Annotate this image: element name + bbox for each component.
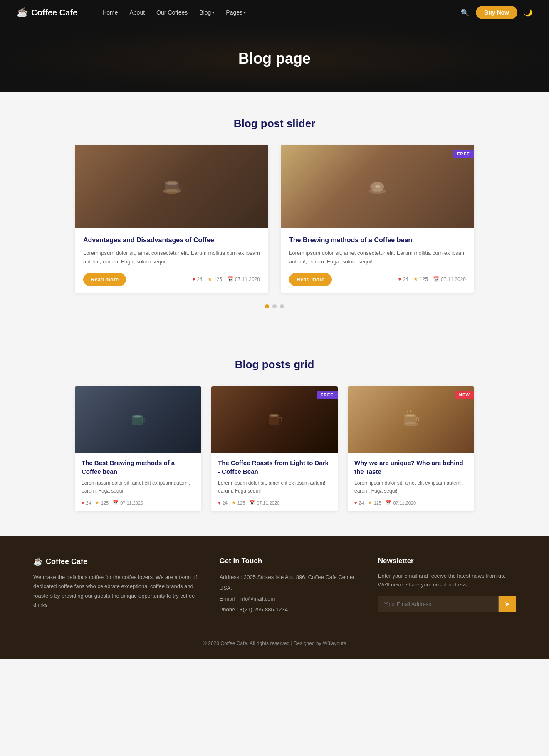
footer-contact-title: Get In Touch xyxy=(220,557,357,565)
buy-now-button[interactable]: Buy Now xyxy=(476,6,517,19)
read-more-button-1[interactable]: Read more xyxy=(83,273,126,286)
heart-icon: ♥ xyxy=(192,276,195,282)
newsletter-email-input[interactable] xyxy=(378,596,499,612)
blog-grid-section: Blog posts grid The Best Brewing methods… xyxy=(0,333,549,536)
dot-1[interactable] xyxy=(265,304,269,308)
comment-icon: ★ xyxy=(208,276,212,282)
grid-comments-2: ★ 125 xyxy=(232,500,245,505)
card-footer-1: Read more ♥ 24 ★ 125 📅 07.11.2020 xyxy=(83,273,260,286)
card-meta-2: ♥ 24 ★ 125 📅 07.11.2020 xyxy=(398,276,466,282)
nav-links: Home About Our Coffees Blog ▾ Pages ▾ xyxy=(102,9,461,16)
heart-icon: ♥ xyxy=(218,500,221,505)
footer-contact-info: Address : 2005 Stokes Isle Apt. 896, Cof… xyxy=(220,572,357,615)
coffee-cup-icon xyxy=(365,174,390,199)
footer-newsletter-title: Newsletter xyxy=(378,557,516,565)
card-title-2: The Brewing methods of a Coffee bean xyxy=(289,236,466,245)
slider-dots xyxy=(33,304,516,308)
calendar-icon: 📅 xyxy=(386,500,391,505)
grid-likes-3: ♥ 24 xyxy=(354,500,364,505)
grid-comments-3: ★ 125 xyxy=(368,500,381,505)
svg-point-3 xyxy=(167,182,176,184)
hero-section: Blog page xyxy=(0,25,549,92)
grid-card-body-3: Why we are unique? Who are behind the Ta… xyxy=(348,453,474,511)
footer-newsletter-col: Newsletter Enter your email and receive … xyxy=(378,557,516,615)
grid-section-title: Blog posts grid xyxy=(33,358,516,371)
nav-home[interactable]: Home xyxy=(102,9,118,16)
card-body-1: Advantages and Disadvantages of Coffee L… xyxy=(75,228,268,293)
slider-grid: Advantages and Disadvantages of Coffee L… xyxy=(75,145,474,293)
svg-point-10 xyxy=(134,415,141,417)
grid-card-3: NEW Why we are unique? Who are behind th… xyxy=(348,386,474,511)
footer-site-name: Coffee Cafe xyxy=(46,557,87,566)
card-title-1: Advantages and Disadvantages of Coffee xyxy=(83,236,260,245)
grid-likes-2: ♥ 24 xyxy=(218,500,228,505)
card-image-1 xyxy=(75,145,268,228)
comment-icon: ★ xyxy=(368,500,372,505)
footer-about-col: ☕ Coffee Cafe We make the delicious coff… xyxy=(33,557,199,615)
card-desc-1: Lorem ipsum dolor sit, amet consectetur … xyxy=(83,249,260,266)
read-more-button-2[interactable]: Read more xyxy=(289,273,332,286)
chevron-down-icon: ▾ xyxy=(212,10,214,15)
footer-address-label: Address : xyxy=(220,574,244,580)
site-name: Coffee Cafe xyxy=(31,8,77,17)
grid-card-desc-1: Lorem ipsum dolor sit, amet elit ex ipsa… xyxy=(82,479,195,495)
svg-point-14 xyxy=(271,415,277,417)
grid-card-desc-2: Lorem ipsum dolor sit, amet elit ex ipsa… xyxy=(218,479,331,495)
grid-badge-3: NEW xyxy=(455,391,474,399)
footer-email: E-mail : info@mail.com xyxy=(220,593,357,604)
slider-section-title: Blog post slider xyxy=(33,117,516,130)
grid-card-meta-1: ♥ 24 ★ 125 📅 07.11.2020 xyxy=(82,500,195,505)
footer-cup-icon: ☕ xyxy=(33,557,42,566)
comment-icon: ★ xyxy=(95,500,99,505)
comment-icon: ★ xyxy=(413,276,418,282)
card-image-2: FREE xyxy=(281,145,474,228)
card-desc-2: Lorem ipsum dolor sit, amet consectetur … xyxy=(289,249,466,266)
likes-2: ♥ 24 xyxy=(398,276,408,282)
grid-card-1: The Best Brewing methods of a Coffee bea… xyxy=(75,386,201,511)
calendar-icon: 📅 xyxy=(249,500,255,505)
nav-blog[interactable]: Blog ▾ xyxy=(199,9,214,16)
dot-2[interactable] xyxy=(272,304,277,308)
chevron-down-icon: ▾ xyxy=(244,10,246,15)
grid-badge-2: FREE xyxy=(317,391,338,399)
footer-contact-col: Get In Touch Address : 2005 Stokes Isle … xyxy=(220,557,357,615)
grid-card-title-1: The Best Brewing methods of a Coffee bea… xyxy=(82,458,195,476)
newsletter-form: ➤ xyxy=(378,596,516,612)
likes-1: ♥ 24 xyxy=(192,276,202,282)
dark-mode-icon[interactable]: 🌙 xyxy=(524,9,532,17)
grid-date-2: 📅 07.11.2020 xyxy=(249,500,279,505)
newsletter-submit-button[interactable]: ➤ xyxy=(499,596,516,612)
card-badge-2: FREE xyxy=(453,150,474,158)
heart-icon: ♥ xyxy=(398,276,401,282)
grid-card-desc-3: Lorem ipsum dolor sit, amet elit ex ipsa… xyxy=(354,479,467,495)
navbar: ☕ Coffee Cafe Home About Our Coffees Blo… xyxy=(0,0,549,25)
svg-point-19 xyxy=(407,415,414,417)
svg-line-21 xyxy=(407,411,408,413)
comments-1: ★ 125 xyxy=(208,276,222,282)
search-icon[interactable]: 🔍 xyxy=(461,9,469,17)
grid-date-3: 📅 07.11.2020 xyxy=(386,500,416,505)
grid-card-body-2: The Coffee Roasts from Light to Dark - C… xyxy=(211,453,338,511)
grid-comments-1: ★ 125 xyxy=(95,500,109,505)
nav-our-coffees[interactable]: Our Coffees xyxy=(156,9,188,16)
grid-image-1 xyxy=(75,386,201,453)
slider-card-1: Advantages and Disadvantages of Coffee L… xyxy=(75,145,268,293)
grid-card-title-2: The Coffee Roasts from Light to Dark - C… xyxy=(218,458,331,476)
hero-title: Blog page xyxy=(0,50,549,67)
coffee-cup-icon xyxy=(159,174,184,199)
comment-icon: ★ xyxy=(232,500,236,505)
site-logo[interactable]: ☕ Coffee Cafe xyxy=(17,7,77,18)
nav-pages[interactable]: Pages ▾ xyxy=(226,9,246,16)
svg-rect-15 xyxy=(279,417,282,421)
grid-card-title-3: Why we are unique? Who are behind the Ta… xyxy=(354,458,467,476)
nav-actions: 🔍 Buy Now 🌙 xyxy=(461,6,532,19)
nav-about[interactable]: About xyxy=(130,9,145,16)
footer-logo: ☕ Coffee Cafe xyxy=(33,557,199,566)
dot-3[interactable] xyxy=(280,304,284,308)
calendar-icon: 📅 xyxy=(113,500,119,505)
heart-icon: ♥ xyxy=(354,500,357,505)
footer-bottom: © 2020 Coffee Cafe. All rights reserved … xyxy=(33,632,516,646)
svg-rect-20 xyxy=(416,417,419,421)
cup-icon: ☕ xyxy=(17,7,28,18)
heart-icon: ♥ xyxy=(82,500,84,505)
